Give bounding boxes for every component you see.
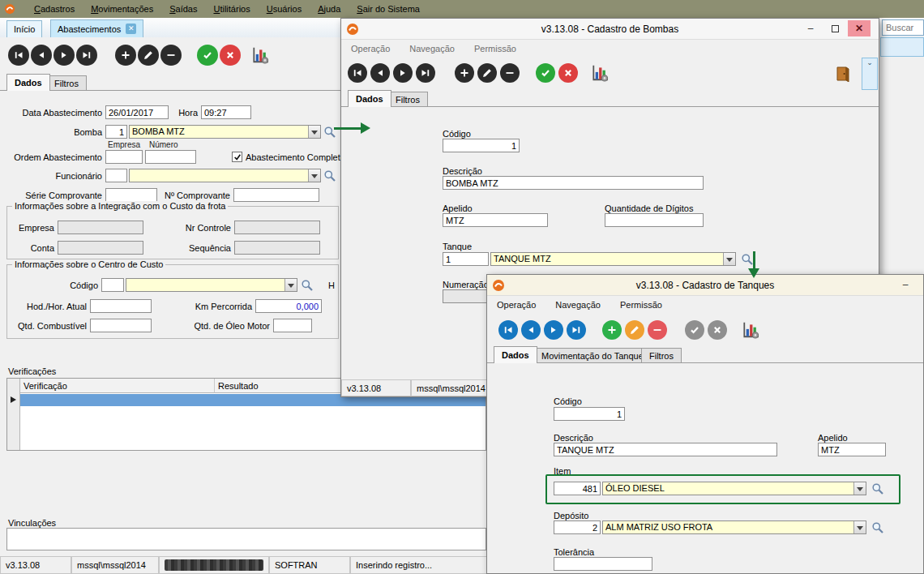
num-comprovante-field[interactable] xyxy=(233,188,319,202)
col-verificacao-header[interactable]: Verificação xyxy=(20,379,215,393)
hora-field[interactable] xyxy=(201,105,251,119)
delete-record-button[interactable] xyxy=(160,45,182,66)
tolerancia-field[interactable] xyxy=(554,557,652,571)
nav-prev-button[interactable] xyxy=(370,63,390,83)
cancel-button[interactable] xyxy=(708,320,727,340)
add-record-button[interactable] xyxy=(115,45,136,66)
edit-record-button[interactable] xyxy=(138,45,159,66)
nav-last-button[interactable] xyxy=(76,45,97,66)
bombas-titlebar[interactable]: v3.13.08 - Cadastro de Bombas – ✕ xyxy=(341,19,879,40)
nav-next-button[interactable] xyxy=(393,63,413,83)
tanques-tab-filtros[interactable]: Filtros xyxy=(641,348,682,363)
chevron-down-icon[interactable] xyxy=(308,169,320,182)
chart-report-button[interactable] xyxy=(740,319,761,341)
nav-first-button[interactable] xyxy=(348,63,367,83)
subtab-dados[interactable]: Dados xyxy=(6,74,50,91)
funcionario-combo[interactable] xyxy=(129,169,321,182)
menu-ajuda[interactable]: Ajuda xyxy=(318,4,340,14)
menu-sair[interactable]: Sair do Sistema xyxy=(357,4,420,14)
centro-custo-lookup-button[interactable] xyxy=(301,279,314,292)
cancel-button[interactable] xyxy=(558,63,578,83)
menu-saidas[interactable]: Saídas xyxy=(169,4,197,14)
hod-hor-atual-field[interactable] xyxy=(90,299,152,313)
tab-close-icon[interactable]: ✕ xyxy=(126,24,136,34)
codigo-field[interactable] xyxy=(443,139,520,152)
delete-record-button[interactable] xyxy=(500,63,520,83)
item-combo[interactable]: ÓLEO DIESEL xyxy=(602,482,866,495)
quantidade-digitos-field[interactable] xyxy=(605,213,704,227)
nav-next-button[interactable] xyxy=(53,45,75,66)
search-input[interactable] xyxy=(882,19,924,36)
centro-custo-combo[interactable] xyxy=(126,278,297,292)
apelido-field[interactable] xyxy=(818,443,886,456)
edit-record-button[interactable] xyxy=(477,63,497,83)
ordem-numero-field[interactable] xyxy=(145,150,196,164)
g2-codigo-field[interactable] xyxy=(101,278,124,292)
minimize-button[interactable]: – xyxy=(894,276,917,293)
menu-operacao[interactable]: Operação xyxy=(497,300,536,310)
confirm-button[interactable] xyxy=(536,63,555,83)
menu-permissao[interactable]: Permissão xyxy=(620,300,662,310)
tanque-combo[interactable]: TANQUE MTZ xyxy=(490,252,736,266)
tanques-tab-dados[interactable]: Dados xyxy=(494,346,537,363)
descricao-field[interactable] xyxy=(554,443,777,456)
close-button[interactable]: ✕ xyxy=(848,20,871,36)
menu-usuarios[interactable]: Usuários xyxy=(267,4,302,14)
chevron-down-icon[interactable] xyxy=(284,279,297,291)
nav-last-button[interactable] xyxy=(567,320,586,340)
tab-abastecimentos[interactable]: Abastecimentos ✕ xyxy=(50,19,143,37)
abastecimento-completo-checkbox[interactable] xyxy=(232,152,242,162)
edit-record-button[interactable] xyxy=(625,320,644,340)
bombas-tab-dados[interactable]: Dados xyxy=(348,90,391,107)
chevron-down-icon[interactable] xyxy=(723,253,735,265)
nav-last-button[interactable] xyxy=(416,63,435,83)
subtab-filtros[interactable]: Filtros xyxy=(46,75,87,91)
item-code-field[interactable] xyxy=(554,482,601,495)
menu-permissao[interactable]: Permissão xyxy=(474,44,516,54)
serie-comprovante-field[interactable] xyxy=(105,188,157,202)
cancel-button[interactable] xyxy=(220,45,241,66)
deposito-lookup-button[interactable] xyxy=(871,521,884,534)
ordem-empresa-field[interactable] xyxy=(105,150,143,164)
vinculacoes-panel[interactable] xyxy=(6,528,486,550)
maximize-button[interactable] xyxy=(823,20,846,36)
deposito-combo[interactable]: ALM MATRIZ USO FROTA xyxy=(602,520,866,534)
chevron-down-icon[interactable] xyxy=(853,482,866,495)
nav-next-button[interactable] xyxy=(544,320,563,340)
nav-first-button[interactable] xyxy=(498,320,518,340)
toolbar-overflow-strip[interactable]: ⌄ xyxy=(862,58,878,90)
bomba-combo[interactable]: BOMBA MTZ xyxy=(129,125,321,139)
funcionario-lookup-button[interactable] xyxy=(323,169,336,182)
funcionario-code-field[interactable] xyxy=(105,169,127,182)
tanque-code-field[interactable] xyxy=(443,252,489,266)
minimize-button[interactable]: – xyxy=(799,20,822,36)
codigo-field[interactable] xyxy=(554,407,625,421)
tanques-titlebar[interactable]: v3.13.08 - Cadastro de Tanques – xyxy=(487,275,923,296)
confirm-button[interactable] xyxy=(197,45,218,66)
nav-prev-button[interactable] xyxy=(521,320,541,340)
tab-inicio[interactable]: Início xyxy=(6,20,42,37)
chart-report-button[interactable] xyxy=(250,45,271,66)
add-record-button[interactable] xyxy=(602,320,622,340)
km-percorrida-field[interactable] xyxy=(255,299,322,313)
nav-first-button[interactable] xyxy=(8,45,29,66)
menu-operacao[interactable]: Operação xyxy=(351,44,390,54)
add-record-button[interactable] xyxy=(455,63,474,83)
qtd-oleo-motor-field[interactable] xyxy=(273,319,312,332)
menu-navegacao[interactable]: Navegação xyxy=(555,300,601,310)
menu-navegacao[interactable]: Navegação xyxy=(409,44,455,54)
nav-prev-button[interactable] xyxy=(31,45,52,66)
descricao-field[interactable] xyxy=(443,176,704,190)
tanques-tab-movimentacao[interactable]: Movimentação do Tanque xyxy=(533,348,652,363)
menu-cadastros[interactable]: Cadastros xyxy=(34,4,75,14)
exit-door-button[interactable] xyxy=(832,63,853,84)
menu-utilitarios[interactable]: Utilitários xyxy=(213,4,250,14)
item-lookup-button[interactable] xyxy=(871,482,884,495)
apelido-field[interactable] xyxy=(443,213,548,227)
chevron-down-icon[interactable] xyxy=(308,126,320,138)
deposito-code-field[interactable] xyxy=(554,520,601,534)
chevron-down-icon[interactable] xyxy=(853,521,866,533)
bombas-tab-filtros[interactable]: Filtros xyxy=(387,92,428,107)
chart-report-button[interactable] xyxy=(589,62,610,84)
menu-movimentacoes[interactable]: Movimentações xyxy=(91,4,153,14)
